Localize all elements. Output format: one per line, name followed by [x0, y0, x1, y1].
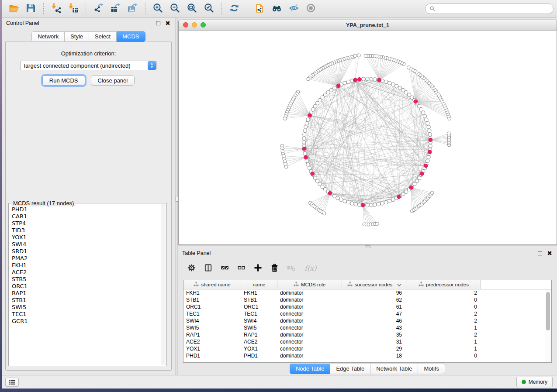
table-tab-node-table[interactable]: Node Table [290, 364, 331, 374]
window-zoom-icon[interactable] [201, 22, 206, 28]
export-image-button[interactable] [125, 2, 140, 15]
search-box[interactable] [425, 3, 554, 14]
window-minimize-icon[interactable] [192, 22, 197, 28]
cell-name: RAP1 [241, 332, 277, 338]
delete-table-button[interactable] [287, 263, 296, 274]
column-header-mcds-role[interactable]: MCDS role [277, 280, 342, 289]
refresh-button[interactable] [227, 2, 242, 15]
control-tab-select[interactable]: Select [89, 31, 117, 42]
cell-successor-nodes: 35 [342, 332, 407, 338]
export-table-button[interactable] [108, 2, 123, 15]
memory-button[interactable]: Memory [516, 377, 553, 387]
import-table-button[interactable] [66, 2, 80, 15]
cell-mcds-role: connector [277, 311, 342, 317]
cell-mcds-role: dominator [277, 318, 342, 324]
table-tab-motifs[interactable]: Motifs [418, 364, 445, 374]
search-input[interactable] [438, 5, 549, 12]
mcds-result-scrollbar[interactable] [161, 204, 166, 365]
optimization-criterion-select[interactable]: largest connected component (undirected) [20, 61, 157, 70]
column-header-predecessor-nodes[interactable]: predecessor nodes [407, 280, 481, 289]
control-tab-mcds[interactable]: MCDS [117, 31, 145, 42]
table-row[interactable]: SWI4SWI4dominator462 [183, 317, 551, 324]
mcds-result-item[interactable]: SRD1 [12, 248, 160, 255]
mcds-result-item[interactable]: TEC1 [12, 311, 160, 318]
function-builder-button[interactable]: f(x) [303, 263, 317, 274]
table-scrollbar-thumb[interactable] [546, 292, 550, 330]
close-panel-button[interactable]: Close panel [91, 76, 135, 86]
table-tab-edge-table[interactable]: Edge Table [330, 364, 370, 374]
network-from-file-button[interactable] [253, 2, 267, 15]
cell-name: FKH1 [241, 290, 277, 296]
mcds-result-item[interactable]: RAP1 [12, 290, 160, 297]
table-scrollbar[interactable] [545, 289, 551, 362]
table-row[interactable]: PHD1PHD1dominator180 [183, 352, 551, 359]
columns-button[interactable] [204, 263, 213, 274]
cell-successor-nodes: 96 [342, 290, 407, 296]
select-all-button[interactable] [220, 263, 229, 274]
mcds-result-item[interactable]: TID3 [12, 227, 160, 234]
close-panel-icon[interactable]: ✖ [165, 21, 170, 25]
column-header-successor-nodes[interactable]: successor nodes [342, 280, 407, 289]
first-neighbors-button[interactable] [270, 2, 284, 15]
table-row[interactable]: FKH1FKH1dominator962 [183, 289, 551, 296]
network-graph[interactable] [179, 31, 557, 244]
cell-successor-nodes: 62 [342, 297, 407, 303]
table-row[interactable]: ORC1ORC1dominator610 [183, 303, 551, 310]
mcds-result-item[interactable]: STB1 [12, 297, 160, 304]
zoom-out-button[interactable] [168, 2, 182, 15]
mcds-result-item[interactable]: SWI4 [12, 241, 160, 248]
import-network-button[interactable] [49, 2, 63, 15]
network-canvas[interactable] [179, 31, 557, 244]
column-header-shared-name[interactable]: shared name [183, 280, 241, 289]
table-row[interactable]: SWI5SWI5connector431 [183, 324, 551, 331]
float-panel-icon[interactable] [156, 21, 160, 25]
cell-successor-nodes: 18 [342, 353, 407, 359]
show-all-button[interactable] [304, 2, 318, 15]
mcds-result-item[interactable]: GCR1 [12, 318, 160, 325]
mcds-result-item[interactable]: CAR1 [12, 213, 160, 220]
deselect-all-button[interactable] [237, 263, 246, 274]
network-view-window: YPA_prune.txt_1 [178, 20, 557, 245]
network-list-button[interactable] [5, 378, 19, 387]
table-row[interactable]: RAP1RAP1dominator352 [183, 331, 551, 338]
cell-shared-name: ORC1 [183, 304, 241, 310]
table-row[interactable]: YOX1YOX1connector291 [183, 345, 551, 352]
mcds-result-item[interactable]: PMA2 [12, 255, 160, 262]
mcds-result-item[interactable]: YOX1 [12, 234, 160, 241]
hide-selected-button[interactable] [287, 2, 301, 15]
zoom-fit-button[interactable] [185, 2, 199, 15]
table-row[interactable]: STB1STB1dominator620 [183, 296, 551, 303]
float-table-panel-icon[interactable] [538, 251, 542, 255]
tree-icon [194, 282, 199, 288]
column-header-name[interactable]: name [241, 280, 277, 289]
mcds-result-item[interactable]: ORC1 [12, 283, 160, 290]
mcds-result-item[interactable]: STB5 [12, 276, 160, 283]
table-toolbar: f(x) [178, 258, 557, 279]
table-tab-network-table[interactable]: Network Table [370, 364, 418, 374]
window-close-icon[interactable] [183, 22, 188, 28]
export-network-button[interactable] [91, 2, 106, 15]
network-window-title: YPA_prune.txt_1 [346, 22, 389, 28]
mcds-result-item[interactable]: SWI5 [12, 304, 160, 311]
zoom-selected-button[interactable] [202, 2, 216, 15]
delete-button[interactable] [270, 263, 279, 274]
control-tab-style[interactable]: Style [65, 31, 89, 42]
table-row[interactable]: ACE2ACE2connector311 [183, 338, 551, 345]
cell-predecessor-nodes: 0 [407, 304, 481, 310]
zoom-in-button[interactable] [151, 2, 165, 15]
mcds-result-item[interactable]: FKH1 [12, 262, 160, 269]
open-button[interactable] [7, 2, 21, 15]
close-table-panel-icon[interactable]: ✖ [547, 251, 552, 255]
mcds-result-item[interactable]: ACE2 [12, 269, 160, 276]
settings-button[interactable] [187, 263, 196, 274]
table-panel-tabs: Node TableEdge TableNetwork TableMotifs [178, 364, 557, 374]
add-icon [253, 263, 263, 274]
cell-name: SWI4 [241, 318, 277, 324]
control-tab-network[interactable]: Network [31, 31, 65, 42]
mcds-result-item[interactable]: STP4 [12, 220, 160, 227]
run-mcds-button[interactable]: Run MCDS [42, 76, 85, 86]
add-button[interactable] [253, 263, 263, 274]
mcds-result-item[interactable]: PHD1 [12, 206, 160, 213]
save-button[interactable] [24, 2, 38, 15]
table-row[interactable]: TEC1TEC1connector472 [183, 310, 551, 317]
